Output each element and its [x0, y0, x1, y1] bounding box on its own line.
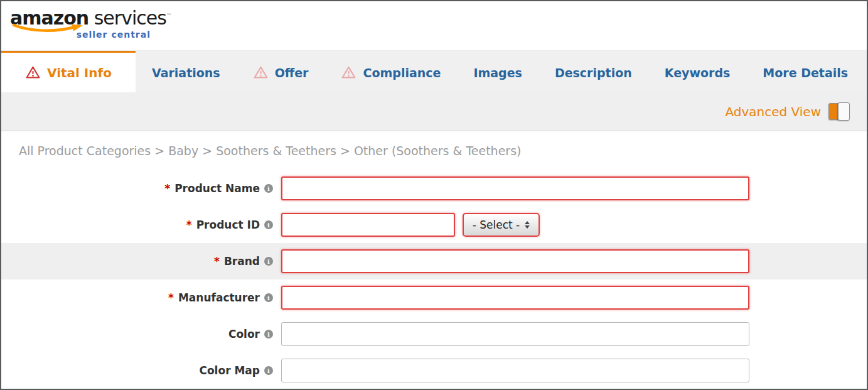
tab-label: Description: [555, 66, 632, 80]
tab-compliance[interactable]: Compliance: [324, 51, 457, 92]
advanced-view-bar: Advanced View: [1, 92, 867, 131]
manufacturer-input[interactable]: [281, 286, 749, 310]
tab-description[interactable]: Description: [538, 51, 648, 92]
required-asterisk: *: [168, 291, 174, 304]
advanced-view-label: Advanced View: [725, 104, 821, 119]
field-label-cell: * Manufacturer i: [1, 291, 281, 304]
field-label: Brand: [224, 255, 260, 268]
required-asterisk: *: [164, 182, 170, 195]
trademark-symbol: ™: [166, 13, 172, 19]
info-icon[interactable]: i: [264, 366, 273, 375]
amazon-services-logo: amazon services™ seller central: [10, 5, 172, 40]
field-label: Color Map: [199, 364, 260, 377]
tab-variations[interactable]: Variations: [136, 51, 237, 92]
field-label: Manufacturer: [178, 291, 260, 304]
form-row: * Color Map i: [1, 352, 867, 389]
info-icon[interactable]: i: [264, 184, 273, 193]
select-value: - Select -: [473, 219, 520, 231]
logo-suffix-text: services: [94, 7, 166, 29]
info-icon[interactable]: i: [264, 330, 273, 339]
product-name-input[interactable]: [281, 176, 749, 200]
tab-images[interactable]: Images: [457, 51, 538, 92]
required-asterisk: *: [214, 255, 220, 268]
form-row: * Brand i: [1, 243, 867, 279]
brand-input[interactable]: [281, 249, 749, 273]
tab-more-details[interactable]: More Details: [746, 51, 864, 92]
tab-label: Compliance: [363, 66, 441, 80]
tab-vital-info[interactable]: Vital Info: [1, 51, 136, 92]
form-row: * Product ID i - Select -: [1, 207, 867, 243]
breadcrumb[interactable]: All Product Categories > Baby > Soothers…: [1, 131, 867, 170]
required-asterisk: *: [186, 219, 192, 231]
warning-icon: [25, 65, 41, 80]
tab-label: More Details: [763, 66, 848, 80]
amazon-smile-icon: [11, 23, 87, 34]
form-row: * Color i: [1, 316, 867, 352]
field-label-cell: * Product Name i: [1, 182, 281, 195]
field-label-cell: * Color Map i: [1, 364, 281, 377]
field-label: Product ID: [196, 219, 260, 231]
tab-keywords[interactable]: Keywords: [648, 51, 747, 92]
field-label-cell: * Color i: [1, 328, 281, 340]
color-input[interactable]: [281, 322, 749, 346]
vital-info-form: * Product Name i * Product ID i - Select…: [1, 170, 867, 389]
tab-offer[interactable]: Offer: [237, 51, 325, 92]
color-map-input[interactable]: [281, 359, 749, 382]
tab-label: Vital Info: [47, 65, 112, 80]
page: amazon services™ seller central Vital In…: [0, 0, 868, 390]
warning-icon: [341, 65, 356, 80]
field-label-cell: * Brand i: [1, 255, 281, 268]
form-row: * Manufacturer i: [1, 279, 867, 316]
tab-label: Offer: [275, 66, 309, 80]
advanced-view-toggle[interactable]: [828, 103, 849, 120]
select-arrows-icon: [525, 221, 530, 229]
info-icon[interactable]: i: [264, 220, 273, 229]
tab-label: Keywords: [665, 66, 731, 80]
product-id-select[interactable]: - Select -: [463, 213, 540, 237]
tab-label: Images: [473, 66, 522, 80]
info-icon[interactable]: i: [264, 257, 273, 266]
field-label: Color: [228, 328, 260, 340]
tab-bar: Vital Info Variations Offer Compliance I…: [1, 51, 867, 92]
product-id-input[interactable]: [281, 213, 455, 237]
info-icon[interactable]: i: [264, 293, 273, 302]
logo-wordmark: amazon services™: [10, 5, 172, 29]
form-row: * Product Name i: [1, 170, 867, 207]
field-label-cell: * Product ID i: [1, 219, 281, 231]
tab-label: Variations: [152, 66, 220, 80]
toggle-knob: [838, 102, 850, 121]
header: amazon services™ seller central: [1, 1, 867, 51]
field-label: Product Name: [174, 182, 260, 195]
warning-icon: [253, 65, 269, 80]
